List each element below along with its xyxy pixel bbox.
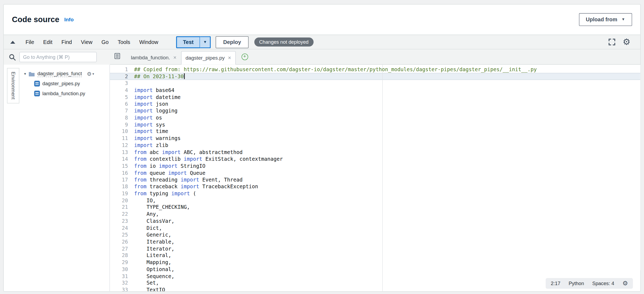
language-mode[interactable]: Python bbox=[569, 281, 584, 286]
code-line[interactable]: Generic, bbox=[110, 232, 640, 239]
editor-settings-gear-icon[interactable]: ⚙ bbox=[622, 280, 628, 286]
code-line[interactable]: import base64 bbox=[110, 87, 640, 94]
collapse-panel-icon[interactable] bbox=[10, 40, 15, 43]
code-line[interactable]: Any, bbox=[110, 211, 640, 218]
python-file-icon bbox=[34, 91, 40, 96]
main-content: Environment ▼ dagster_pipes_funct ⚙ ▾ bbox=[4, 65, 640, 291]
tab-bar: lambda_function.×dagster_pipes.py× + bbox=[110, 49, 640, 65]
upload-from-button[interactable]: Upload from ▼ bbox=[579, 13, 632, 26]
menu-item-find[interactable]: Find bbox=[57, 39, 76, 45]
file-list: dagster_pipes.pylambda_function.py bbox=[23, 80, 109, 98]
menu-item-view[interactable]: View bbox=[77, 39, 97, 45]
test-dropdown-button[interactable]: ▼ bbox=[200, 36, 211, 48]
new-tab-icon[interactable]: + bbox=[241, 54, 248, 60]
text-cursor bbox=[184, 73, 185, 79]
code-line[interactable]: import logging bbox=[110, 108, 640, 115]
file-name: dagster_pipes.py bbox=[42, 81, 80, 86]
code-line[interactable]: from contextlib import ExitStack, contex… bbox=[110, 156, 640, 163]
sidebar-search-row bbox=[4, 49, 110, 65]
code-line[interactable]: import sys bbox=[110, 121, 640, 128]
test-button-label[interactable]: Test bbox=[176, 36, 200, 48]
python-file-icon bbox=[34, 81, 40, 86]
code-source-panel: Code source Info Upload from ▼ FileEditF… bbox=[3, 4, 641, 292]
code-line[interactable]: import os bbox=[110, 115, 640, 122]
indentation-setting[interactable]: Spaces: 4 bbox=[592, 281, 614, 286]
panel-header: Code source Info Upload from ▼ bbox=[4, 5, 640, 35]
code-line[interactable]: Optional, bbox=[110, 266, 640, 273]
code-line[interactable]: from abc import ABC, abstractmethod bbox=[110, 149, 640, 156]
test-button[interactable]: Test ▼ bbox=[176, 36, 211, 48]
file-tree: ▼ dagster_pipes_funct ⚙ ▾ dagster_pipes.… bbox=[23, 65, 109, 98]
deploy-button[interactable]: Deploy bbox=[216, 36, 248, 48]
upload-from-label: Upload from bbox=[586, 16, 617, 23]
menu-item-edit[interactable]: Edit bbox=[39, 39, 57, 45]
go-to-anything-input[interactable] bbox=[19, 52, 97, 62]
fullscreen-icon[interactable] bbox=[608, 38, 616, 46]
editor-status-bar: 2:17 Python Spaces: 4 ⚙ bbox=[546, 278, 633, 289]
page: Code source Info Upload from ▼ FileEditF… bbox=[0, 0, 644, 294]
menu-item-window[interactable]: Window bbox=[135, 39, 163, 45]
tab-label: lambda_function. bbox=[131, 54, 170, 60]
code-lines: ## Copied from: https://raw.githubuserco… bbox=[110, 66, 640, 291]
code-line[interactable]: import json bbox=[110, 101, 640, 108]
code-line[interactable]: import zlib bbox=[110, 142, 640, 149]
tree-item-lambda-function-py[interactable]: lambda_function.py bbox=[23, 89, 109, 98]
tree-item-dagster-pipes-py[interactable]: dagster_pipes.py bbox=[23, 80, 109, 88]
chevron-down-icon: ▾ bbox=[92, 72, 94, 76]
chevron-down-icon: ▼ bbox=[621, 18, 625, 22]
tab-list: lambda_function.×dagster_pipes.py× bbox=[126, 49, 236, 64]
code-line[interactable]: Dict, bbox=[110, 225, 640, 232]
code-line[interactable]: from threading import Event, Thread bbox=[110, 176, 640, 183]
code-line[interactable]: TYPE_CHECKING, bbox=[110, 204, 640, 211]
editor-menubar: FileEditFindViewGoToolsWindow Test ▼ Dep… bbox=[4, 35, 640, 49]
code-line[interactable]: Mapping, bbox=[110, 259, 640, 266]
cursor-position: 2:17 bbox=[551, 281, 560, 286]
menu-items: FileEditFindViewGoToolsWindow bbox=[21, 39, 163, 45]
folder-settings-button[interactable]: ⚙ ▾ bbox=[87, 71, 94, 76]
tab-lambda-function[interactable]: lambda_function.× bbox=[126, 52, 181, 63]
code-line[interactable]: import time bbox=[110, 128, 640, 135]
gear-icon: ⚙ bbox=[87, 71, 92, 76]
code-line[interactable]: import datetime bbox=[110, 94, 640, 101]
code-line[interactable]: Literal, bbox=[110, 252, 640, 259]
tree-item-folder[interactable]: ▼ dagster_pipes_funct ⚙ ▾ bbox=[23, 70, 109, 78]
folder-name: dagster_pipes_funct bbox=[37, 71, 82, 77]
menubar-right-icons: ⚙ bbox=[608, 38, 634, 46]
code-line[interactable]: IO, bbox=[110, 197, 640, 204]
chevron-expanded-icon[interactable]: ▼ bbox=[23, 72, 28, 76]
code-editor[interactable]: 1234567891011121314151617181920212223242… bbox=[110, 65, 640, 291]
code-line[interactable]: from io import StringIO bbox=[110, 163, 640, 170]
code-line[interactable]: from typing import ( bbox=[110, 190, 640, 197]
code-line[interactable]: from queue import Queue bbox=[110, 170, 640, 177]
tab-list-icon[interactable] bbox=[114, 53, 120, 61]
sidebar: Environment ▼ dagster_pipes_funct ⚙ ▾ bbox=[4, 65, 110, 291]
code-line[interactable]: Iterator, bbox=[110, 245, 640, 252]
search-icon bbox=[9, 53, 16, 61]
menu-item-go[interactable]: Go bbox=[97, 39, 113, 45]
file-name: lambda_function.py bbox=[42, 91, 85, 96]
code-line[interactable]: from traceback import TracebackException bbox=[110, 183, 640, 190]
menu-item-tools[interactable]: Tools bbox=[113, 39, 135, 45]
strip-row: lambda_function.×dagster_pipes.py× + bbox=[4, 49, 640, 65]
page-title: Code source bbox=[12, 15, 59, 24]
environment-label: Environment bbox=[10, 72, 16, 100]
folder-icon bbox=[28, 71, 35, 76]
code-line[interactable]: import warnings bbox=[110, 135, 640, 142]
close-tab-icon[interactable]: × bbox=[228, 55, 231, 61]
code-line[interactable]: ## Copied from: https://raw.githubuserco… bbox=[110, 66, 640, 73]
code-line[interactable]: ClassVar, bbox=[110, 218, 640, 225]
menu-item-file[interactable]: File bbox=[21, 39, 39, 45]
code-line[interactable] bbox=[110, 80, 640, 87]
settings-gear-icon[interactable]: ⚙ bbox=[623, 38, 631, 46]
code-line[interactable]: ## On 2023-11-30 bbox=[110, 73, 640, 80]
code-line[interactable]: Iterable, bbox=[110, 238, 640, 245]
tab-dagster-pipes-py[interactable]: dagster_pipes.py× bbox=[181, 51, 236, 64]
tab-environment[interactable]: Environment bbox=[7, 68, 19, 103]
tab-label: dagster_pipes.py bbox=[185, 55, 224, 61]
deploy-status-badge: Changes not deployed bbox=[254, 37, 313, 47]
info-link[interactable]: Info bbox=[64, 17, 74, 22]
close-tab-icon[interactable]: × bbox=[173, 55, 176, 60]
